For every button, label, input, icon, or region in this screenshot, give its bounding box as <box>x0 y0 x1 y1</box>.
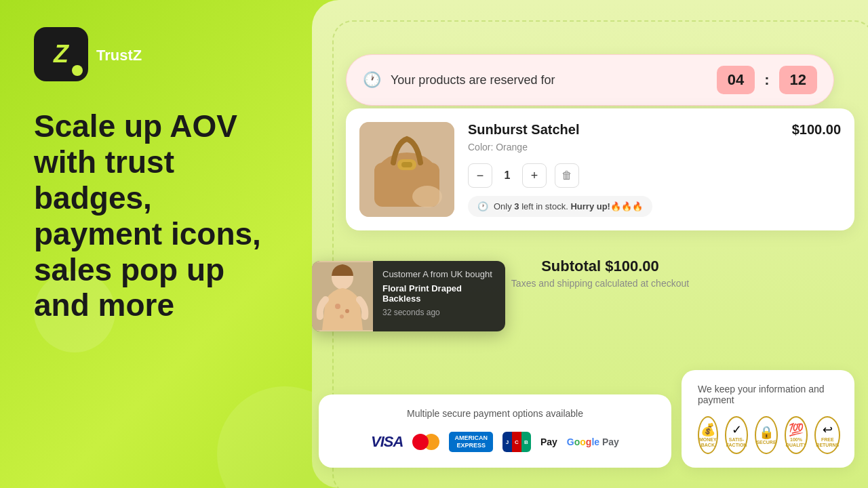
headline-line1: Scale up AOV <box>34 108 237 144</box>
product-color: Color: Orange <box>468 142 841 152</box>
secure-icon: 🔒 <box>759 425 774 440</box>
trust-badge-money: 💰 MONEYBACK <box>698 416 718 454</box>
returns-icon: ↩ <box>823 422 833 437</box>
product-name: Sunburst Satchel <box>468 122 579 138</box>
logo-dot <box>72 65 83 76</box>
quantity-row: − 1 + 🗑 <box>468 163 841 188</box>
visa-text: VISA <box>371 433 403 451</box>
stock-badge: 🕐 Only 3 left in stock. Hurry up!🔥🔥🔥 <box>468 196 652 217</box>
payment-title: Multiple secure payment options availabl… <box>338 408 652 419</box>
secure-text: SECURE <box>756 440 776 445</box>
google-pay-text: Google Pay <box>567 436 619 447</box>
popup-title: Customer A from UK bought <box>382 269 496 281</box>
product-image <box>359 122 454 217</box>
amex-icon: AMERICANEXPRESS <box>449 430 493 454</box>
subtotal-label: Subtotal <box>541 258 601 274</box>
logo-container: Z TrustZ <box>34 27 285 81</box>
apple-pay-text: Pay <box>540 436 557 447</box>
product-price: $100.00 <box>792 122 841 138</box>
satisfaction-text: SATIS-FACTION <box>726 437 747 449</box>
money-back-text: MONEYBACK <box>699 437 717 449</box>
quality-text: 100%QUALITY <box>786 437 807 449</box>
satisfaction-icon: ✓ <box>732 422 742 437</box>
timer-minutes: 04 <box>717 66 755 94</box>
trust-badge-satisfaction: ✓ SATIS-FACTION <box>725 416 749 454</box>
visa-icon: VISA <box>371 430 403 454</box>
amex-text: AMERICANEXPRESS <box>449 432 493 452</box>
quantity-increase-button[interactable]: + <box>522 163 547 188</box>
headline-line5: and more <box>34 287 174 323</box>
quantity-decrease-button[interactable]: − <box>468 163 492 188</box>
svg-point-5 <box>412 186 442 207</box>
headline-line2: with trust badges, <box>34 144 174 216</box>
right-panel: 🕐 Your products are reserved for 04 : 12 <box>312 0 868 488</box>
product-details: Sunburst Satchel $100.00 Color: Orange −… <box>468 122 841 217</box>
stock-clock-icon: 🕐 <box>477 201 488 211</box>
logo-letter: Z <box>54 40 68 68</box>
clock-icon: 🕐 <box>363 71 381 89</box>
returns-text: FREERETURNS <box>816 437 839 449</box>
trust-badge-returns: ↩ FREERETURNS <box>814 416 840 454</box>
headline: Scale up AOV with trust badges, payment … <box>34 108 285 323</box>
logo-name: TrustZ <box>96 47 142 64</box>
headline-line3: payment icons, <box>34 216 261 251</box>
popup-content: Customer A from UK bought Floral Print D… <box>373 261 505 331</box>
svg-point-9 <box>345 309 349 313</box>
popup-product-image <box>312 261 373 331</box>
payment-icons: VISA AMERICANEXPRESS J C <box>338 430 652 454</box>
apple-pay-icon: Pay <box>540 430 557 454</box>
timer-bar: 🕐 Your products are reserved for 04 : 12 <box>346 54 834 106</box>
svg-rect-4 <box>401 162 412 167</box>
money-back-icon: 💰 <box>701 422 715 437</box>
jcb-icon: J C B <box>502 430 531 454</box>
subtotal-main: Subtotal $100.00 <box>541 258 659 275</box>
trust-badges: 💰 MONEYBACK ✓ SATIS-FACTION 🔒 SECURE 💯 1… <box>698 416 838 454</box>
subtotal-amount: $100.00 <box>605 258 659 274</box>
product-card: Sunburst Satchel $100.00 Color: Orange −… <box>346 108 854 230</box>
trust-badge-quality: 💯 100%QUALITY <box>785 416 808 454</box>
logo-box: Z <box>34 27 88 81</box>
popup-product: Floral Print Draped Backless <box>382 283 496 304</box>
timer-colon: : <box>764 71 769 89</box>
quality-icon: 💯 <box>789 422 804 437</box>
timer-label: Your products are reserved for <box>391 73 707 87</box>
google-pay-icon: Google Pay <box>567 430 619 454</box>
timer-seconds: 12 <box>779 66 817 94</box>
trust-section: We keep your information and payment 💰 M… <box>682 370 854 468</box>
subtotal-note: Taxes and shipping calculated at checkou… <box>511 278 689 289</box>
sales-popup: Customer A from UK bought Floral Print D… <box>312 261 505 331</box>
left-panel: Z TrustZ Scale up AOV with trust badges,… <box>0 0 312 488</box>
payment-section: Multiple secure payment options availabl… <box>319 394 671 468</box>
trust-title: We keep your information and payment <box>698 384 838 405</box>
headline-line4: sales pop up <box>34 252 224 287</box>
popup-time: 32 seconds ago <box>382 308 496 317</box>
trust-badge-secure: 🔒 SECURE <box>755 416 777 454</box>
delete-button[interactable]: 🗑 <box>555 163 579 188</box>
svg-point-10 <box>340 314 344 319</box>
mastercard-icon <box>412 430 439 454</box>
stock-text: Only 3 left in stock. Hurry up!🔥🔥🔥 <box>494 201 643 211</box>
quantity-value: 1 <box>500 169 514 182</box>
svg-point-8 <box>335 304 340 309</box>
